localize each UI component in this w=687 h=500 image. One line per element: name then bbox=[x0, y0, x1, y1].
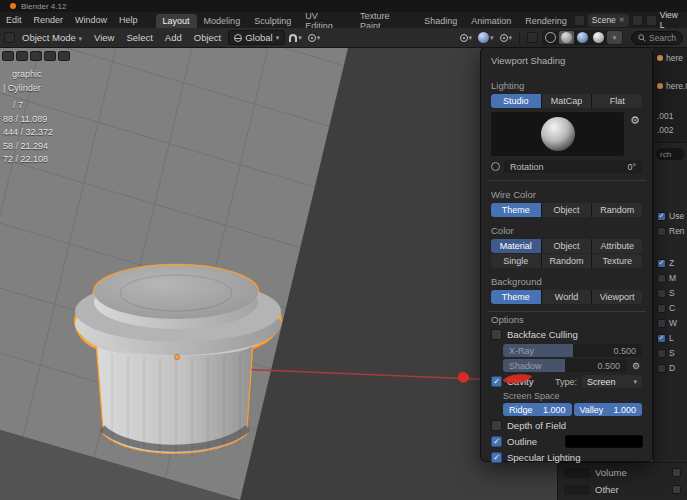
wire-theme-button[interactable]: Theme bbox=[491, 203, 541, 217]
properties-row[interactable]: D bbox=[657, 363, 675, 373]
color-object-button[interactable]: Object bbox=[542, 239, 592, 253]
outliner-item[interactable]: .001 bbox=[657, 111, 674, 121]
select-visibility-button[interactable]: ▾ bbox=[458, 30, 475, 45]
properties-row[interactable]: S bbox=[657, 288, 675, 298]
tab-texture-paint[interactable]: Texture Paint bbox=[353, 14, 417, 28]
background-theme-button[interactable]: Theme bbox=[491, 290, 541, 304]
properties-row[interactable]: S bbox=[657, 348, 675, 358]
menu-select[interactable]: Select bbox=[121, 32, 157, 43]
scene-selector[interactable]: Scene ✕ bbox=[588, 14, 629, 27]
xray-slider[interactable]: X-Ray 0.500 bbox=[503, 344, 642, 357]
properties-row-volume[interactable]: Volume bbox=[564, 467, 681, 478]
tab-shading[interactable]: Shading bbox=[417, 14, 464, 28]
properties-row[interactable]: M bbox=[657, 273, 676, 283]
proportional-edit-button[interactable]: ▾ bbox=[306, 30, 323, 45]
properties-row[interactable]: Use bbox=[657, 211, 684, 221]
shading-rendered-button[interactable] bbox=[591, 31, 606, 44]
specular-lighting-checkbox[interactable] bbox=[491, 452, 502, 463]
properties-row[interactable]: Ren bbox=[657, 226, 685, 236]
rotation-slider[interactable]: Rotation 0° bbox=[504, 160, 642, 173]
checkbox[interactable] bbox=[657, 334, 666, 343]
search-input[interactable]: Search bbox=[631, 31, 683, 45]
properties-row[interactable]: L bbox=[657, 333, 674, 343]
lighting-flat-button[interactable]: Flat bbox=[592, 94, 642, 108]
options-icon[interactable] bbox=[30, 51, 42, 61]
new-scene-icon[interactable] bbox=[632, 15, 643, 26]
value-field[interactable] bbox=[564, 468, 590, 478]
gizmo-button[interactable]: ▾ bbox=[476, 30, 496, 45]
tab-rendering[interactable]: Rendering bbox=[518, 14, 574, 28]
outliner-item[interactable]: here bbox=[657, 53, 683, 63]
properties-search-input[interactable]: rch bbox=[656, 148, 685, 160]
tool-icon[interactable] bbox=[58, 51, 70, 61]
tab-sculpting[interactable]: Sculpting bbox=[247, 14, 298, 28]
cavity-checkbox[interactable] bbox=[491, 376, 502, 387]
overlays-button[interactable]: ▾ bbox=[498, 30, 515, 45]
properties-row[interactable]: C bbox=[657, 303, 675, 313]
color-single-button[interactable]: Single bbox=[491, 254, 541, 268]
outliner-item[interactable]: .002 bbox=[657, 125, 674, 135]
valley-slider[interactable]: Valley 1.000 bbox=[574, 403, 643, 416]
backface-culling-checkbox[interactable] bbox=[491, 329, 502, 340]
shading-solid-button[interactable] bbox=[559, 31, 574, 44]
checkbox[interactable] bbox=[657, 274, 666, 283]
shading-wireframe-button[interactable] bbox=[543, 31, 558, 44]
menu-help[interactable]: Help bbox=[113, 12, 144, 28]
transform-orientation-dropdown[interactable]: Global ▾ bbox=[228, 30, 285, 45]
outline-checkbox[interactable] bbox=[491, 436, 502, 447]
lighting-studio-button[interactable]: Studio bbox=[491, 94, 541, 108]
checkbox[interactable] bbox=[657, 319, 666, 328]
shadow-slider[interactable]: Shadow 0.500 bbox=[503, 359, 626, 372]
outliner-item[interactable]: here.0 bbox=[657, 81, 687, 91]
view-icon[interactable] bbox=[16, 51, 28, 61]
depth-of-field-checkbox[interactable] bbox=[491, 420, 502, 431]
wire-random-button[interactable]: Random bbox=[592, 203, 642, 217]
wire-object-button[interactable]: Object bbox=[542, 203, 592, 217]
properties-row[interactable]: Z bbox=[657, 258, 674, 268]
shadow-settings-button[interactable]: ⚙ bbox=[630, 361, 642, 371]
value-field[interactable] bbox=[564, 485, 590, 495]
menu-render[interactable]: Render bbox=[28, 12, 70, 28]
cavity-type-dropdown[interactable]: Screen ▾ bbox=[582, 375, 642, 388]
mode-dropdown[interactable]: Object Mode ▾ bbox=[17, 32, 87, 43]
studiolight-settings-button[interactable]: ⚙ bbox=[628, 112, 642, 156]
shading-popover-toggle[interactable]: ▾ bbox=[607, 31, 622, 44]
menu-view[interactable]: View bbox=[89, 32, 119, 43]
background-viewport-button[interactable]: Viewport bbox=[592, 290, 642, 304]
editor-mode-icon[interactable] bbox=[2, 51, 14, 61]
snap-magnet-button[interactable]: ▾ bbox=[287, 30, 304, 45]
checkbox[interactable] bbox=[657, 349, 666, 358]
shading-material-button[interactable] bbox=[575, 31, 590, 44]
checkbox[interactable] bbox=[657, 304, 666, 313]
menu-window[interactable]: Window bbox=[69, 12, 113, 28]
menu-add[interactable]: Add bbox=[160, 32, 187, 43]
properties-row[interactable]: W bbox=[657, 318, 677, 328]
properties-row-other[interactable]: Other bbox=[564, 484, 681, 495]
background-world-button[interactable]: World bbox=[542, 290, 592, 304]
tab-animation[interactable]: Animation bbox=[464, 14, 518, 28]
checkbox[interactable] bbox=[672, 468, 681, 477]
color-material-button[interactable]: Material bbox=[491, 239, 541, 253]
tool-icon[interactable] bbox=[44, 51, 56, 61]
lighting-matcap-button[interactable]: MatCap bbox=[542, 94, 592, 108]
view-layer-icon[interactable] bbox=[646, 15, 657, 26]
xray-toggle-button[interactable] bbox=[525, 30, 540, 45]
checkbox[interactable] bbox=[657, 364, 666, 373]
outline-color-swatch[interactable] bbox=[566, 436, 642, 447]
checkbox[interactable] bbox=[657, 289, 666, 298]
color-attribute-button[interactable]: Attribute bbox=[592, 239, 642, 253]
menu-object[interactable]: Object bbox=[189, 32, 226, 43]
tab-modeling[interactable]: Modeling bbox=[197, 14, 248, 28]
scenes-icon[interactable] bbox=[574, 15, 585, 26]
checkbox[interactable] bbox=[657, 212, 666, 221]
menu-edit[interactable]: Edit bbox=[0, 12, 28, 28]
editor-type-icon[interactable] bbox=[4, 32, 15, 43]
color-texture-button[interactable]: Texture bbox=[592, 254, 642, 268]
checkbox[interactable] bbox=[657, 227, 666, 236]
ridge-slider[interactable]: Ridge 1.000 bbox=[503, 403, 572, 416]
checkbox[interactable] bbox=[672, 485, 681, 494]
tab-uv-editing[interactable]: UV Editing bbox=[298, 14, 353, 28]
color-random-button[interactable]: Random bbox=[542, 254, 592, 268]
studiolight-preview[interactable] bbox=[491, 112, 624, 156]
tab-layout[interactable]: Layout bbox=[156, 14, 197, 28]
